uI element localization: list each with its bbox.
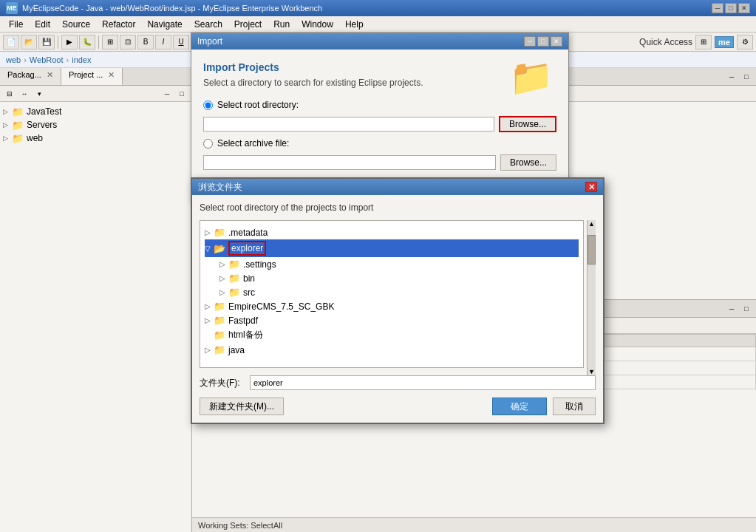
menu-navigate[interactable]: Navigate bbox=[141, 18, 188, 31]
fb-folder-icon: 📁 bbox=[214, 344, 225, 355]
toolbar-btn-7[interactable]: U bbox=[173, 35, 189, 50]
folder-icon: 📁 bbox=[12, 133, 24, 143]
progress-area: Working Sets: SelectAll bbox=[192, 517, 756, 532]
filebrowser-title: 浏览文件夹 bbox=[198, 181, 242, 194]
spring-maximize[interactable]: □ bbox=[740, 71, 753, 83]
dir-input-row-1: Browse... bbox=[203, 116, 556, 132]
scrollbar-up[interactable]: ▲ bbox=[588, 220, 596, 228]
perspective-btn[interactable]: ⚙ bbox=[737, 35, 753, 50]
fb-item-explorer[interactable]: ▽ 📂 explorer bbox=[205, 239, 579, 257]
menu-edit[interactable]: Edit bbox=[29, 18, 56, 31]
progress-text: Working Sets: SelectAll bbox=[198, 521, 282, 530]
tree-item-web[interactable]: ▷ 📁 web bbox=[3, 132, 188, 145]
menu-file[interactable]: File bbox=[3, 18, 29, 31]
maximize-button[interactable]: □ bbox=[725, 3, 737, 13]
fb-item-bin[interactable]: ▷ 📁 bin bbox=[205, 271, 579, 285]
panel-view-menu[interactable]: ▾ bbox=[33, 88, 46, 100]
import-max-btn[interactable]: □ bbox=[537, 36, 549, 47]
ok-button[interactable]: 确定 bbox=[492, 398, 547, 415]
minimize-panel-button[interactable]: ─ bbox=[160, 88, 174, 100]
toolbar-btn-5[interactable]: B bbox=[137, 35, 154, 50]
archive-input[interactable] bbox=[203, 155, 496, 170]
menu-refactor[interactable]: Refactor bbox=[96, 18, 141, 31]
fb-item-empirecms[interactable]: ▷ 📁 EmpireCMS_7.5_SC_GBK bbox=[205, 299, 579, 313]
import-subtext: Select a directory to search for existin… bbox=[203, 78, 556, 88]
fb-item-label-fastpdf: Fastpdf bbox=[228, 316, 258, 326]
filename-row: 文件夹(F): bbox=[200, 375, 596, 390]
folder-icon: 📁 bbox=[12, 120, 24, 130]
bottom-minimize[interactable]: ─ bbox=[725, 303, 738, 315]
tree-scrollbar[interactable]: ▲ ▼ bbox=[587, 220, 596, 375]
import-heading: Import Projects bbox=[203, 61, 556, 73]
tree-label: Servers bbox=[27, 120, 57, 130]
filebrowser-tree[interactable]: ▷ 📁 .metadata ▽ 📂 explorer ▷ 📁 .settings bbox=[200, 220, 584, 368]
fb-item-htmlbackup[interactable]: ▷ 📁 html备份 bbox=[205, 327, 579, 343]
toolbar-btn-4[interactable]: ⊡ bbox=[120, 35, 136, 50]
fb-item-java[interactable]: ▷ 📁 java bbox=[205, 343, 579, 357]
spring-minimize[interactable]: ─ bbox=[725, 71, 738, 83]
import-close-btn[interactable]: ✕ bbox=[551, 36, 562, 47]
fb-item-label-settings: .settings bbox=[243, 259, 276, 270]
menu-run[interactable]: Run bbox=[268, 18, 296, 31]
scrollbar-thumb[interactable] bbox=[588, 235, 596, 265]
scrollbar-down[interactable]: ▼ bbox=[588, 368, 596, 375]
new-folder-button[interactable]: 新建文件夹(M)... bbox=[200, 398, 284, 415]
me-user-button[interactable]: me bbox=[715, 36, 734, 48]
fb-folder-icon: 📁 bbox=[214, 227, 225, 238]
directory-input[interactable] bbox=[203, 117, 494, 132]
quick-access-label: Quick Access bbox=[639, 37, 692, 47]
tab-project-close[interactable]: ✕ bbox=[108, 70, 115, 79]
dir-input-row-2: Browse... bbox=[203, 154, 556, 171]
bottom-maximize[interactable]: □ bbox=[740, 303, 753, 315]
open-button[interactable]: 📂 bbox=[21, 35, 37, 50]
menu-window[interactable]: Window bbox=[296, 18, 339, 31]
toolbar-btn-6[interactable]: I bbox=[155, 35, 171, 50]
browse-archive-button[interactable]: Browse... bbox=[500, 154, 556, 171]
menu-project[interactable]: Project bbox=[228, 18, 268, 31]
new-button[interactable]: 📄 bbox=[3, 35, 19, 50]
fb-folder-icon: 📁 bbox=[228, 273, 240, 284]
folder-icon: 📁 bbox=[12, 106, 24, 117]
collapse-all-button[interactable]: ⊟ bbox=[3, 88, 16, 100]
window-title: MyEclipseCode - Java - web/WebRoot/index… bbox=[22, 4, 322, 13]
fb-item-settings[interactable]: ▷ 📁 .settings bbox=[205, 257, 579, 271]
fb-item-label-metadata: .metadata bbox=[228, 228, 268, 238]
import-title-controls: ─ □ ✕ bbox=[524, 36, 562, 47]
title-bar: ME MyEclipseCode - Java - web/WebRoot/in… bbox=[0, 0, 756, 16]
tree-item-servers[interactable]: ▷ 📁 Servers bbox=[3, 118, 188, 132]
title-bar-controls[interactable]: ─ □ ✕ bbox=[712, 3, 750, 13]
close-button[interactable]: ✕ bbox=[738, 3, 750, 13]
breadcrumb-item-1[interactable]: web bbox=[6, 55, 21, 64]
fb-item-fastpdf[interactable]: ▷ 📁 Fastpdf bbox=[205, 313, 579, 327]
toolbar-sep-1 bbox=[58, 35, 58, 49]
minimize-button[interactable]: ─ bbox=[712, 3, 723, 13]
breadcrumb-item-3[interactable]: index bbox=[72, 55, 91, 64]
filebrowser-buttons: 新建文件夹(M)... 确定 取消 bbox=[200, 398, 596, 415]
fb-item-src[interactable]: ▷ 📁 src bbox=[205, 285, 579, 299]
debug-button[interactable]: 🐛 bbox=[79, 35, 95, 50]
import-min-btn[interactable]: ─ bbox=[524, 36, 536, 47]
cancel-button[interactable]: 取消 bbox=[553, 398, 596, 415]
radio-directory[interactable] bbox=[203, 100, 213, 110]
tab-packages[interactable]: Packag... ✕ bbox=[0, 68, 61, 85]
link-editor-button[interactable]: ↔ bbox=[18, 88, 31, 100]
browse-directory-button[interactable]: Browse... bbox=[499, 116, 556, 132]
filename-input[interactable] bbox=[250, 375, 596, 390]
tab-packages-close[interactable]: ✕ bbox=[47, 70, 53, 79]
tree-item-javatest[interactable]: ▷ 📁 JavaTest bbox=[3, 105, 188, 118]
tab-project[interactable]: Project ... ✕ bbox=[61, 68, 123, 85]
quick-access-btn-1[interactable]: ⊞ bbox=[695, 35, 712, 50]
fb-item-label-java: java bbox=[228, 345, 245, 355]
filebrowser-close-button[interactable]: ✕ bbox=[585, 182, 597, 192]
menu-search[interactable]: Search bbox=[188, 18, 228, 31]
save-button[interactable]: 💾 bbox=[38, 35, 55, 50]
fb-item-metadata[interactable]: ▷ 📁 .metadata bbox=[205, 225, 579, 239]
menu-source[interactable]: Source bbox=[56, 18, 96, 31]
radio-archive[interactable] bbox=[203, 139, 213, 149]
run-button[interactable]: ▶ bbox=[61, 35, 78, 50]
maximize-panel-button[interactable]: □ bbox=[175, 88, 188, 100]
breadcrumb-item-2[interactable]: WebRoot bbox=[30, 55, 64, 64]
toolbar-btn-3[interactable]: ⊞ bbox=[102, 35, 118, 50]
menu-help[interactable]: Help bbox=[339, 18, 370, 31]
fb-folder-icon: 📁 bbox=[228, 287, 240, 298]
